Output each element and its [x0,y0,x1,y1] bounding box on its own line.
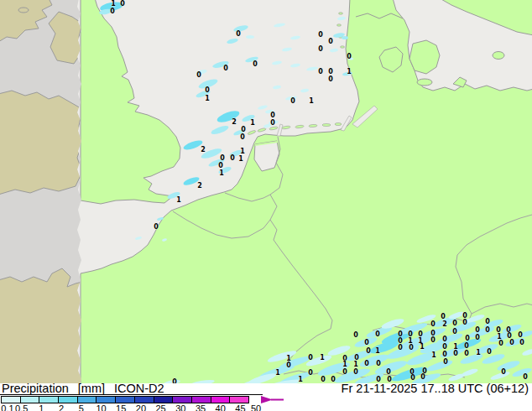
precip-value-marker: 0 [220,154,225,162]
precip-value-marker: 0 [253,60,258,68]
precip-value-marker: 0 [364,360,369,367]
precip-value-marker: 0 [347,53,352,60]
precip-value-marker: 1 [298,376,303,383]
precip-value-marker: 1 [205,95,210,102]
legend-underline [0,394,263,395]
bornholm-island [493,52,504,60]
colorbar-segment [77,396,97,403]
precip-value-marker: 0 [270,112,275,119]
precip-value-marker: 0 [110,8,115,15]
precip-value-marker: 1 [375,347,380,355]
precip-value-marker: 0 [366,347,371,355]
precip-value-marker: 0 [420,373,425,381]
precip-value-marker: 0 [205,86,210,94]
precip-value-marker: 2 [201,146,206,153]
precip-value-marker: 0 [475,334,480,341]
precip-value-marker: 0 [475,326,480,334]
legend-unit: [mm] [78,383,105,394]
precip-value-marker: 0 [120,0,125,8]
precip-value-marker: 2 [442,320,447,328]
colorbar-tick-label: 20 [136,403,146,411]
precip-value-marker: 0 [464,342,469,350]
precip-value-marker: 0 [509,339,514,346]
precip-value-marker: 0 [453,350,458,357]
precip-value-marker: 0 [443,358,448,366]
precip-value-marker: 1 [250,119,255,127]
precip-value-marker: 1 [219,169,224,177]
colorbar-tick-label: 25 [155,403,165,411]
colorbar-segment [115,396,135,403]
precip-value-marker: 0 [430,320,436,328]
precip-patch [246,35,254,39]
precip-value-marker: 0 [331,376,336,383]
precip-value-marker: 0 [386,368,391,376]
precip-value-marker: 0 [464,350,469,357]
precip-value-marker: 0 [328,75,333,83]
precip-value-marker: 0 [353,368,358,376]
precip-value-marker: 1 [176,196,181,204]
precip-value-marker: 0 [441,313,446,320]
colorbar-segment [154,396,174,403]
precip-value-marker: 1 [476,349,481,356]
precip-value-marker: 0 [487,348,492,356]
precip-value-marker: 1 [238,155,243,163]
precip-value-marker: 0 [270,119,275,127]
colorbar-segment [39,396,59,403]
colorbar-segment [134,396,154,403]
precip-value-marker: 1 [275,369,280,377]
precip-value-marker: 0 [286,362,291,369]
precipitation-map: 1000000012100210010121000000100100000000… [0,0,532,384]
colorbar-tick-label: 2 [59,403,64,411]
colorbar-segment [58,396,78,403]
precip-value-marker: 0 [409,344,414,351]
precip-value-marker: 0 [376,360,381,367]
precip-value-marker: 0 [241,126,246,133]
precip-value-marker: 0 [321,376,326,383]
precip-value-marker: 0 [230,154,235,162]
colorbar-segment [229,396,249,403]
precip-value-marker: 1 [320,354,325,362]
colorbar-tick-label: 5 [79,403,84,411]
colorbar-segment [20,396,40,403]
precip-value-marker: 0 [501,368,506,376]
precip-value-marker: 0 [452,328,457,336]
precip-value-marker: 0 [236,30,241,38]
colorbar-tick-label: 10 [96,403,106,411]
precip-value-marker: 2 [232,118,237,126]
precip-value-marker: 0 [328,38,333,45]
precip-value-marker: 1 [347,68,352,75]
precip-value-marker: 0 [342,368,347,376]
legend-title: Precipitation [2,383,69,394]
colorbar-tick-label: 30 [175,403,185,411]
precip-value-marker: 0 [452,320,457,327]
legend-model: ICON-D2 [114,383,164,394]
precip-value-marker: 0 [196,71,201,79]
precip-value-marker: 0 [410,374,415,382]
precip-value-marker: 0 [523,373,528,381]
precip-value-marker: 0 [485,326,490,334]
weather-map-screenshot: 1000000012100210010121000000100100000000… [0,0,532,411]
colorbar-tick-label: 45 [235,403,245,411]
precip-value-marker: 1 [309,97,314,105]
precip-value-marker: 0 [442,336,447,343]
precip-value-marker: 0 [465,335,470,342]
timestamp: Fr 21-11-2025 17..18 UTC (06+12) [342,383,530,394]
precip-value-marker: 0 [398,344,403,351]
colorbar-segment [191,396,211,403]
precip-value-marker: 0 [442,343,447,351]
colorbar-tick-label: 35 [196,403,206,411]
precip-value-marker: 0 [442,351,447,358]
precip-value-marker: 1 [342,361,347,368]
colorbar-segment [96,396,116,403]
precip-value-marker: 1 [420,343,425,351]
precip-value-marker: 0 [218,162,223,169]
colorbar-segment [172,396,192,403]
colorbar-tick-label: 0.1 [1,403,13,411]
precip-value-marker: 0 [498,340,503,347]
precip-value-marker: 1 [240,148,245,155]
precip-value-marker: 0 [240,133,245,141]
colorbar-labels: 0.10.5125101520253035404550 [0,403,285,411]
legend-header: Precipitation [mm] ICON-D2 Fr 21-11-2025… [2,383,530,394]
precip-value-marker: 0 [353,331,358,339]
precip-value-marker: 0 [318,68,323,75]
